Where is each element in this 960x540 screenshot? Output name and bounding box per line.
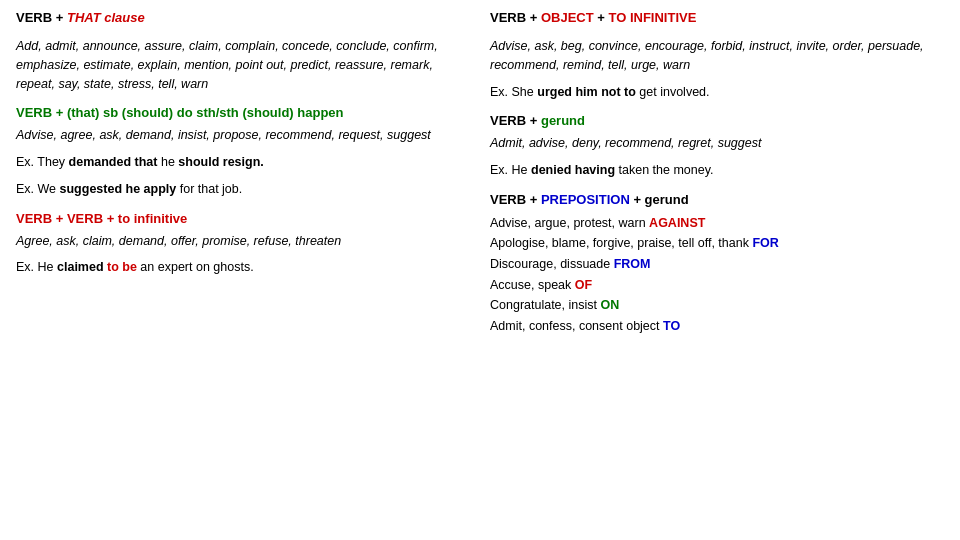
right-section2: VERB + gerund Admit, advise, deny, recom… <box>490 113 944 180</box>
right-title: VERB + OBJECT + TO INFINITIVE <box>490 10 944 25</box>
gerund-title: VERB + gerund <box>490 113 944 128</box>
prep-line3: Discourage, dissuade FROM <box>490 254 944 275</box>
prep-line1: Advise, argue, protest, warn AGAINST <box>490 213 944 234</box>
that-should-subhead: VERB + (that) sb (should) do sth/sth (sh… <box>16 105 470 120</box>
left-title-section: VERB + THAT clause <box>16 10 470 25</box>
that-clause-label: THAT clause <box>67 10 145 25</box>
verb-label: VERB + <box>16 10 67 25</box>
left-example1: Ex. They demanded that he should resign. <box>16 153 470 172</box>
left-example3: Ex. He claimed to be an expert on ghosts… <box>16 258 470 277</box>
left-title: VERB + THAT clause <box>16 10 470 25</box>
left-section2: VERB + (that) sb (should) do sth/sth (sh… <box>16 105 470 198</box>
left-column: VERB + THAT clause Add, admit, announce,… <box>16 10 470 349</box>
right-example2: Ex. He denied having taken the money. <box>490 161 944 180</box>
right-body2: Admit, advise, deny, recommend, regret, … <box>490 134 944 153</box>
left-body3: Agree, ask, claim, demand, offer, promis… <box>16 232 470 251</box>
object-label: OBJECT <box>541 10 594 25</box>
preposition-gerund-title: VERB + PREPOSITION + gerund <box>490 192 944 207</box>
prep-line6: Admit, confess, consent object TO <box>490 316 944 337</box>
preposition-list: Advise, argue, protest, warn AGAINST Apo… <box>490 213 944 337</box>
prep-line5: Congratulate, insist ON <box>490 295 944 316</box>
gerund-label: gerund <box>541 113 585 128</box>
left-example2: Ex. We suggested he apply for that job. <box>16 180 470 199</box>
left-section3: VERB + VERB + to infinitive Agree, ask, … <box>16 211 470 278</box>
right-verb-label: VERB + <box>490 10 541 25</box>
prep-line2: Apologise, blame, forgive, praise, tell … <box>490 233 944 254</box>
left-body1: Add, admit, announce, assure, claim, com… <box>16 37 470 93</box>
left-section1: Add, admit, announce, assure, claim, com… <box>16 37 470 93</box>
preposition-label: PREPOSITION <box>541 192 630 207</box>
right-column: VERB + OBJECT + TO INFINITIVE Advise, as… <box>490 10 944 349</box>
right-section1: Advise, ask, beg, convince, encourage, f… <box>490 37 944 101</box>
prep-line4: Accuse, speak OF <box>490 275 944 296</box>
to-infinitive-label: TO INFINITIVE <box>609 10 697 25</box>
right-section3: VERB + PREPOSITION + gerund Advise, argu… <box>490 192 944 337</box>
right-body1: Advise, ask, beg, convince, encourage, f… <box>490 37 944 75</box>
right-example1: Ex. She urged him not to get involved. <box>490 83 944 102</box>
right-title-section: VERB + OBJECT + TO INFINITIVE <box>490 10 944 25</box>
to-infinitive-subhead: VERB + VERB + to infinitive <box>16 211 470 226</box>
left-body2: Advise, agree, ask, demand, insist, prop… <box>16 126 470 145</box>
